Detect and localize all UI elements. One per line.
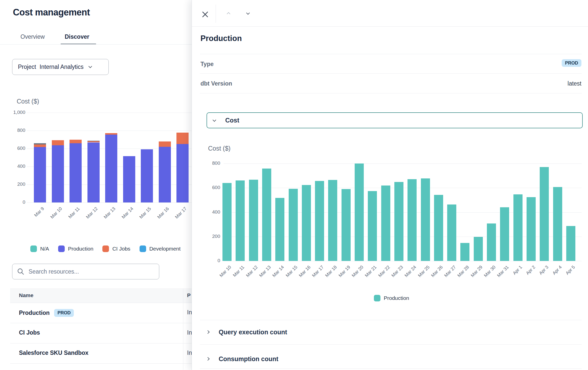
bar-production-mar-14 — [275, 198, 284, 261]
bar-ci-jobs-mar-17 — [176, 133, 189, 144]
bar-production-apr-3 — [540, 167, 549, 261]
legend-label: Production — [384, 295, 409, 301]
legend-item-production: Production — [374, 295, 409, 301]
y-axis-tick-label: 800 — [202, 160, 220, 166]
page-title: Cost management — [13, 7, 90, 18]
cost-section-label: Cost — [225, 117, 239, 124]
section-label: Query execution count — [219, 328, 287, 336]
legend-swatch — [374, 295, 380, 301]
chevron-down-icon — [213, 118, 216, 121]
field-label-dbt-version: dbt Version — [200, 80, 232, 87]
panel-header-divider — [192, 26, 588, 27]
gridline — [224, 163, 582, 164]
bar-production-mar-10 — [52, 145, 64, 202]
chart-legend-right: Production — [374, 294, 418, 302]
legend-swatch — [30, 245, 37, 252]
bar-production-mar-16 — [302, 185, 311, 261]
query-execution-count-section[interactable]: Query execution count — [207, 324, 583, 340]
legend-item-ci-jobs: CI Jobs — [102, 245, 130, 252]
bar-production-mar-16 — [159, 147, 171, 202]
legend-swatch — [102, 245, 109, 252]
bar-production-mar-20 — [355, 163, 364, 261]
bar-production-mar-14 — [123, 156, 135, 202]
bar-ci-jobs-mar-13 — [105, 133, 117, 135]
y-axis-tick-label: 200 — [8, 181, 25, 187]
row-project: In — [187, 350, 192, 356]
tab-discover[interactable]: Discover — [65, 33, 89, 40]
chevron-down-icon[interactable] — [246, 11, 250, 15]
chart-legend-left: N/AProductionCI JobsDevelopment — [30, 245, 190, 253]
bar-production-mar-11 — [70, 143, 82, 202]
x-axis-tick-label: Mar 10 — [43, 206, 63, 226]
project-filter-value: Internal Analytics — [40, 64, 84, 70]
detail-panel: Production Type PROD dbt Version latest … — [192, 0, 588, 370]
bar-production-mar-19 — [342, 189, 351, 261]
bar-production-mar-30 — [487, 223, 496, 261]
y-axis-tick-label: 600 — [8, 146, 25, 151]
bar-production-mar-15 — [141, 149, 153, 202]
project-filter-dropdown[interactable]: Project Internal Analytics — [12, 59, 109, 75]
gridline — [27, 202, 192, 203]
x-axis-tick-label: Mar 15 — [132, 206, 152, 226]
legend-item-development: Development — [140, 245, 181, 252]
chevron-right-icon — [206, 330, 210, 334]
divider — [200, 54, 582, 54]
bar-production-mar-11 — [236, 180, 245, 261]
x-axis-tick-label: Mar 12 — [79, 206, 99, 226]
bar-production-mar-31 — [500, 207, 509, 261]
bar-other-mar-9 — [34, 143, 46, 145]
bar-ci-jobs-mar-9 — [34, 145, 46, 147]
bar-production-mar-28 — [460, 243, 469, 261]
row-name: CI Jobs — [19, 329, 40, 336]
x-axis-tick-label: Mar 13 — [97, 206, 116, 226]
y-axis-tick-label: 200 — [202, 234, 220, 239]
gridline — [27, 131, 192, 131]
bar-production-apr-4 — [553, 187, 562, 261]
bar-production-mar-22 — [381, 186, 390, 261]
y-axis-tick-label: 800 — [8, 128, 25, 133]
bar-production-mar-24 — [408, 179, 417, 261]
legend-label: N/A — [40, 246, 49, 252]
bar-production-mar-21 — [368, 191, 377, 261]
bar-production-mar-27 — [447, 204, 456, 261]
bar-production-mar-10 — [222, 183, 232, 261]
bar-production-mar-25 — [421, 178, 430, 261]
divider — [200, 368, 582, 369]
bar-production-mar-26 — [434, 195, 443, 261]
close-icon[interactable] — [201, 10, 210, 19]
project-filter-label: Project — [18, 64, 36, 70]
cost-section-header[interactable]: Cost — [207, 112, 583, 128]
section-label: Consumption count — [219, 355, 278, 363]
field-value-dbt-version: latest — [568, 80, 581, 87]
gridline — [224, 261, 582, 261]
bar-production-mar-12 — [249, 180, 258, 261]
chevron-down-icon — [88, 64, 92, 68]
row-name: Production — [19, 310, 50, 316]
column-header-project: P — [187, 292, 191, 298]
x-axis-tick-label: Mar 9 — [25, 206, 45, 226]
bar-production-apr-2 — [527, 197, 536, 261]
legend-item-production: Production — [58, 245, 93, 252]
x-axis-tick-label: Mar 14 — [115, 206, 134, 226]
field-value-type: PROD — [562, 59, 581, 66]
chevron-up-icon[interactable] — [227, 12, 230, 16]
x-axis-tick-label: Mar 16 — [150, 206, 170, 226]
chevron-right-icon — [206, 357, 210, 361]
bar-ci-jobs-mar-16 — [159, 141, 171, 147]
search-input[interactable] — [29, 268, 154, 275]
bar-production-mar-13 — [105, 135, 117, 202]
legend-swatch — [140, 245, 146, 252]
bar-production-mar-15 — [289, 189, 298, 261]
row-project: In — [187, 309, 192, 316]
search-box[interactable] — [12, 264, 159, 279]
y-axis-tick-label: 0 — [202, 258, 220, 263]
tab-overview[interactable]: Overview — [20, 33, 45, 40]
consumption-count-section[interactable]: Consumption count — [207, 351, 583, 366]
cost-chart-left: Cost ($) 02004006008001,000Mar 9Mar 10Ma… — [10, 96, 192, 215]
panel-title: Production — [200, 34, 242, 43]
y-axis-tick-label: 600 — [202, 185, 220, 190]
y-axis-tick-label: 1,000 — [8, 110, 25, 115]
bar-ci-jobs-mar-12 — [87, 141, 100, 142]
x-axis-tick-label: Mar 11 — [61, 206, 81, 226]
search-icon — [17, 268, 25, 275]
